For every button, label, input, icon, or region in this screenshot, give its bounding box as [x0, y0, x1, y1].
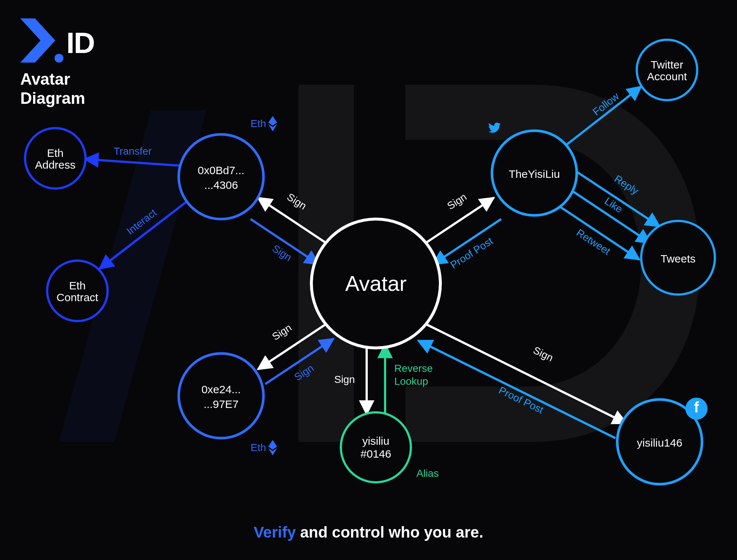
svg-point-3: [179, 134, 263, 219]
node-eth-address-l2: Address: [35, 159, 76, 171]
tagline-pre: Verify: [254, 524, 300, 541]
node-eth1-line2: ...4306: [204, 179, 238, 191]
node-eth2-line2: ...97E7: [203, 398, 238, 410]
logo-subtitle-1: Avatar: [20, 70, 70, 88]
node-eth-address: Eth Address: [25, 128, 85, 189]
edge-label-reverse-1: Reverse: [394, 363, 433, 374]
svg-point-1: [55, 54, 63, 63]
node-alias-l1: yisiliu: [362, 435, 389, 447]
node-eth-contract: Eth Contract: [47, 261, 108, 321]
node-alias-l2: #0146: [360, 448, 391, 460]
node-eth2: 0xe24... ...97E7 Eth: [179, 353, 277, 455]
node-facebook: yisiliu146 f: [617, 398, 708, 484]
edge-label-sign-7: Sign: [334, 374, 355, 385]
edge-label-sign-5: Sign: [445, 191, 469, 212]
ethereum-icon: [268, 440, 277, 455]
logo-subtitle-2: Diagram: [20, 89, 85, 107]
edge-label-transfer: Transfer: [113, 145, 151, 157]
node-eth-address-l1: Eth: [47, 147, 63, 159]
edge-label-proof-1: Proof Post: [448, 235, 495, 271]
node-eth-contract-l2: Contract: [56, 291, 98, 303]
ethereum-icon: [268, 116, 277, 131]
edge-label-retweet: Retweet: [574, 227, 612, 257]
node-eth1-line1: 0x0Bd7...: [198, 164, 245, 176]
node-fb-label: yisiliu146: [637, 437, 682, 449]
edge-label-sign-3: Sign: [270, 322, 294, 343]
node-eth-contract-l1: Eth: [69, 279, 85, 292]
node-alias-tag: Alias: [416, 468, 439, 479]
edge-label-sign-6: Sign: [531, 344, 555, 363]
node-twitter-acct-l1: Twitter: [651, 59, 683, 71]
logo: ID Avatar Diagram: [20, 18, 94, 107]
tagline-post: and control who you are.: [300, 524, 483, 541]
svg-point-6: [179, 353, 263, 438]
avatar-diagram: ID Avatar Diagram Sign Sign Sign Sign Tr…: [0, 0, 737, 560]
logo-text: ID: [66, 27, 94, 59]
node-tweets-label: Tweets: [660, 253, 695, 265]
node-eth2-tag: Eth: [251, 442, 266, 453]
node-eth2-line1: 0xe24...: [202, 383, 241, 395]
edge-label-reverse-2: Lookup: [394, 376, 428, 387]
node-avatar-label: Avatar: [345, 271, 407, 295]
tagline: Verify and control who you are.: [254, 524, 483, 541]
facebook-icon: f: [685, 398, 708, 420]
node-twitter-label: TheYisiLiu: [509, 168, 560, 180]
node-eth1-tag: Eth: [251, 118, 266, 129]
node-twitter-acct-l2: Account: [647, 70, 687, 82]
node-avatar: Avatar: [311, 219, 440, 348]
logo-chevron-icon: [20, 18, 55, 63]
node-twitter-account: Twitter Account: [637, 40, 697, 100]
node-tweets: Tweets: [641, 221, 715, 295]
svg-text:f: f: [694, 399, 699, 415]
